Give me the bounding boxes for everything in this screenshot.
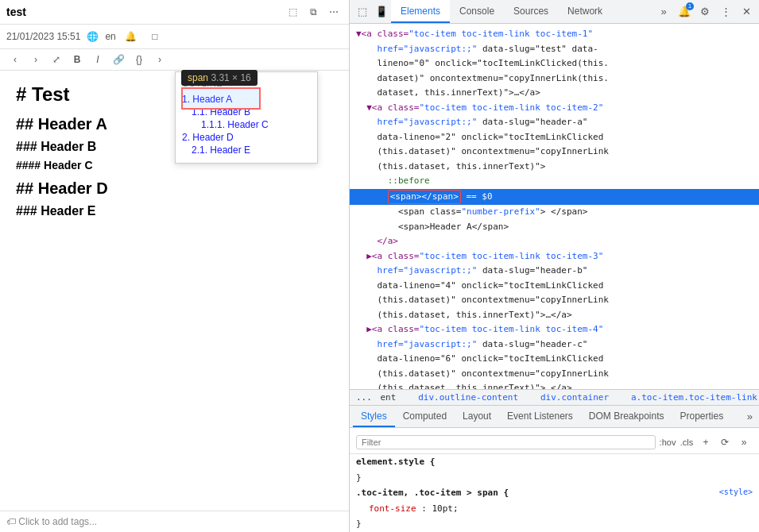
pseudo-hov-button[interactable]: :hov bbox=[659, 434, 676, 451]
html-line-selected[interactable]: <span></span> == $0 bbox=[350, 189, 759, 206]
html-line[interactable]: lineno="0" onclick="tocItemLinkClicked(t… bbox=[350, 56, 759, 71]
tag-icon: 🏷 bbox=[6, 516, 16, 527]
outline-item[interactable]: 2.1. Header E bbox=[182, 144, 311, 156]
tag-text: ▼<a class= bbox=[356, 29, 409, 39]
tags-bar[interactable]: 🏷 Click to add tags... bbox=[0, 511, 349, 532]
notification-badge: 1 bbox=[686, 2, 694, 10]
notifications-button[interactable]: 🔔 1 bbox=[675, 2, 694, 21]
italic-button[interactable]: I bbox=[89, 51, 106, 68]
tab-network[interactable]: Network bbox=[558, 0, 612, 23]
html-line[interactable]: ▼<a class="toc-item toc-item-link toc-it… bbox=[350, 27, 759, 42]
html-line[interactable]: dataset)" oncontextmenu="copyInnerLink(t… bbox=[350, 71, 759, 87]
devtools-tabs: ⬚ 📱 Elements Console Sources Network » 🔔… bbox=[350, 0, 759, 24]
html-line[interactable]: href="javascript:;" data-slug="header-c" bbox=[350, 337, 759, 353]
css-prop-font-size: font-size bbox=[369, 503, 416, 514]
css-source-link[interactable]: <style> bbox=[719, 486, 753, 499]
html-line[interactable]: </a> bbox=[350, 234, 759, 249]
code-button[interactable]: {} bbox=[130, 51, 148, 68]
tab-event-listeners[interactable]: Event Listeners bbox=[499, 406, 581, 427]
outline-item[interactable]: 2. Header D bbox=[182, 131, 311, 144]
html-line[interactable]: (this.dataset, this.innerText)">…</a> bbox=[350, 381, 759, 389]
devtools-more-button[interactable]: ⋮ bbox=[716, 2, 735, 21]
outline-item[interactable]: 1.1.1. Header C bbox=[182, 118, 311, 131]
devtools-close-button[interactable]: ✕ bbox=[737, 2, 756, 21]
nav-back-icon[interactable]: ‹ bbox=[6, 51, 24, 68]
refresh-icon[interactable]: ⟳ bbox=[716, 434, 734, 451]
breadcrumb-div-container[interactable]: div.container bbox=[540, 392, 609, 403]
html-line[interactable]: <span>Header A</span> bbox=[350, 220, 759, 235]
html-line[interactable]: (this.dataset)" oncontextmenu="copyInner… bbox=[350, 145, 759, 160]
expand-icon[interactable]: ⤢ bbox=[48, 51, 65, 68]
link-button[interactable]: 🔗 bbox=[110, 51, 127, 68]
bottom-panel: Styles Computed Layout Event Listeners D… bbox=[350, 406, 759, 532]
top-bar-icons: ⬚ ⧉ ⋯ bbox=[284, 3, 343, 21]
bold-button[interactable]: B bbox=[68, 51, 86, 68]
copy-icon[interactable]: ⧉ bbox=[304, 3, 322, 21]
html-line[interactable]: (this.dataset)" oncontextmenu="copyInner… bbox=[350, 367, 759, 382]
elements-tree[interactable]: ▼<a class="toc-item toc-item-link toc-it… bbox=[350, 24, 759, 389]
html-line[interactable]: data-lineno="6" onclick="tocItemLinkClic… bbox=[350, 352, 759, 367]
tab-layout[interactable]: Layout bbox=[455, 406, 499, 427]
add-rule-button[interactable]: + bbox=[697, 434, 714, 451]
html-line[interactable]: href="javascript:;" data-slug="header-a" bbox=[350, 115, 759, 130]
more-bottom-tabs[interactable]: » bbox=[744, 411, 756, 422]
breadcrumb-sep2 bbox=[527, 392, 532, 403]
heading-3b: ### Header E bbox=[16, 204, 333, 218]
nav-forward-icon[interactable]: › bbox=[27, 51, 45, 68]
css-panel: :hov .cls + ⟳ » element.style { } .toc-i… bbox=[350, 428, 759, 532]
meta-bar: 21/01/2023 15:51 🌐 en 🔔 □ bbox=[0, 25, 349, 49]
devtools-panel: ⬚ 📱 Elements Console Sources Network » 🔔… bbox=[350, 0, 759, 532]
html-line[interactable]: ::before bbox=[350, 174, 759, 189]
html-line[interactable]: ▶<a class="toc-item toc-item-link toc-it… bbox=[350, 249, 759, 264]
html-line[interactable]: ▼<a class="toc-item toc-item-link toc-it… bbox=[350, 101, 759, 116]
document-title: test bbox=[6, 6, 279, 18]
devtools-settings-button[interactable]: ⚙ bbox=[695, 2, 714, 21]
inspect-element-button[interactable]: ⬚ bbox=[353, 2, 372, 21]
more-format-button[interactable]: › bbox=[151, 51, 168, 68]
heading-2b: ## Header D bbox=[16, 179, 333, 198]
bottom-tabs: Styles Computed Layout Event Listeners D… bbox=[350, 406, 759, 428]
tab-properties[interactable]: Properties bbox=[672, 406, 732, 427]
tab-computed[interactable]: Computed bbox=[395, 406, 455, 427]
html-line[interactable]: data-lineno="4" onclick="tocItemLinkClic… bbox=[350, 279, 759, 294]
breadcrumb-div-outline[interactable]: div.outline-content bbox=[418, 392, 518, 403]
tab-console[interactable]: Console bbox=[450, 0, 504, 23]
more-icon[interactable]: ⋯ bbox=[325, 3, 343, 21]
html-line[interactable]: data-lineno="2" onclick="tocItemLinkClic… bbox=[350, 130, 759, 145]
window-icon[interactable]: □ bbox=[146, 28, 164, 45]
editor-toolbar: ‹ › ⤢ B I 🔗 {} › bbox=[0, 49, 349, 71]
css-filter-input[interactable] bbox=[356, 435, 656, 449]
html-line[interactable]: <span class="number-prefix"> </span> bbox=[350, 205, 759, 220]
html-line[interactable]: (this.dataset, this.innerText)"> bbox=[350, 160, 759, 175]
html-line[interactable]: (this.dataset, this.innerText)">…</a> bbox=[350, 308, 759, 323]
css-val-font-size: 10pt; bbox=[432, 503, 458, 514]
top-bar: test ⬚ ⧉ ⋯ bbox=[0, 0, 349, 25]
html-line[interactable]: href="javascript:;" data-slug="test" dat… bbox=[350, 42, 759, 57]
share-icon[interactable]: ⬚ bbox=[284, 3, 301, 21]
breadcrumb-anchor[interactable]: a.toc-item.toc-item-link.toc-item-2 bbox=[631, 392, 759, 403]
css-filter-icons: :hov .cls + ⟳ » bbox=[659, 434, 753, 451]
device-toggle-button[interactable]: 📱 bbox=[372, 2, 391, 21]
tooltip-dimensions: 3.31 × 16 bbox=[211, 72, 250, 83]
notification-icon[interactable]: 🔔 bbox=[122, 28, 140, 45]
tab-dom-breakpoints[interactable]: DOM Breakpoints bbox=[581, 406, 672, 427]
css-selector-toc: .toc-item, .toc-item > span { bbox=[356, 488, 509, 498]
css-filter-bar: :hov .cls + ⟳ » bbox=[350, 431, 759, 454]
html-line[interactable]: dataset, this.innerText)">…</a> bbox=[350, 86, 759, 101]
breadcrumb-bar: ... ent div.outline-content div.containe… bbox=[350, 389, 759, 406]
document-date: 21/01/2023 15:51 bbox=[6, 31, 80, 42]
html-line[interactable]: (this.dataset)" oncontextmenu="copyInner… bbox=[350, 293, 759, 308]
globe-icon: 🌐 bbox=[87, 31, 99, 42]
pseudo-cls-button[interactable]: .cls bbox=[678, 434, 695, 451]
more-css-button[interactable]: » bbox=[735, 434, 753, 451]
html-line[interactable]: href="javascript:;" data-slug="header-b" bbox=[350, 264, 759, 279]
devtools-tab-icons: » 🔔 1 ⚙ ⋮ ✕ bbox=[654, 2, 756, 21]
tab-styles[interactable]: Styles bbox=[353, 406, 395, 427]
html-line[interactable]: ▶<a class="toc-item toc-item-link toc-it… bbox=[350, 322, 759, 337]
selected-element-highlight: <span></span> bbox=[388, 190, 461, 205]
breadcrumb-ent[interactable]: ent bbox=[381, 392, 397, 403]
tab-elements[interactable]: Elements bbox=[391, 0, 450, 23]
tab-sources[interactable]: Sources bbox=[504, 0, 558, 23]
more-tabs-button[interactable]: » bbox=[654, 2, 673, 21]
css-block-element-style: element.style { bbox=[350, 454, 759, 470]
